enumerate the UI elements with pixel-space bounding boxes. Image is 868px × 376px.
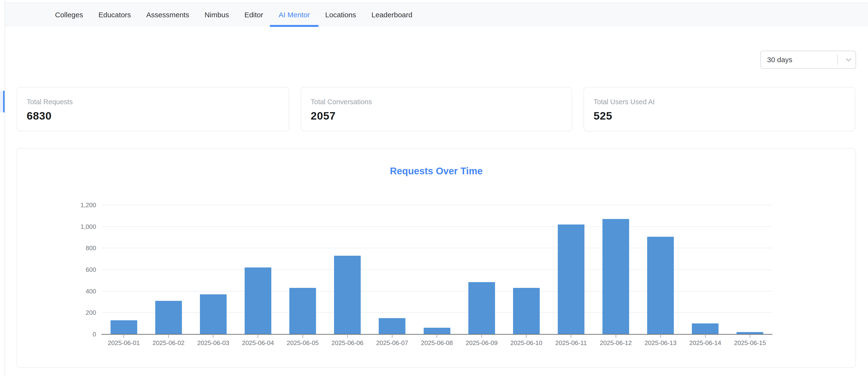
tab-label: AI Mentor [279, 11, 310, 19]
gridline [101, 205, 772, 205]
tab-label: Educators [98, 11, 131, 19]
x-axis-tick-label: 2025-06-14 [683, 339, 728, 347]
bar-2025-06-08[interactable] [424, 328, 450, 334]
x-axis-tick-label: 2025-06-10 [504, 339, 549, 347]
y-axis-tick-label: 200 [67, 309, 96, 316]
bar-2025-06-06[interactable] [334, 256, 361, 334]
top-navbar: CollegesEducatorsAssessmentsNimbusEditor… [5, 2, 868, 27]
bar-2025-06-13[interactable] [647, 237, 674, 334]
x-axis-tick-label: 2025-06-13 [638, 339, 683, 347]
tab-educators[interactable]: Educators [98, 3, 131, 27]
tab-label: Colleges [55, 11, 83, 19]
x-axis-tick [303, 335, 303, 338]
tab-ai-mentor[interactable]: AI Mentor [279, 3, 310, 27]
x-axis-tick-label: 2025-06-07 [370, 339, 414, 347]
x-axis-tick-label: 2025-06-09 [459, 339, 504, 347]
bar-chart-plot-area: 02004006008001,0001,2002025-06-012025-06… [101, 205, 772, 334]
bar-2025-06-04[interactable] [245, 268, 271, 334]
x-axis-tick-label: 2025-06-15 [727, 339, 772, 347]
x-axis-tick [347, 335, 348, 338]
gridline [101, 227, 772, 227]
x-axis-line [101, 334, 772, 335]
x-axis-tick-label: 2025-06-08 [414, 339, 460, 347]
time-range-dropdown[interactable]: 30 days [760, 51, 856, 69]
bar-2025-06-05[interactable] [289, 288, 316, 334]
stat-card-total-requests: Total Requests 6830 [17, 87, 289, 131]
y-axis-tick-label: 800 [67, 244, 96, 252]
bar-2025-06-03[interactable] [200, 294, 227, 334]
y-axis-tick-label: 400 [67, 287, 96, 295]
x-axis-tick [616, 335, 616, 338]
dropdown-divider [837, 55, 838, 65]
x-axis-tick-label: 2025-06-12 [593, 339, 638, 347]
x-axis-tick-label: 2025-06-01 [101, 339, 146, 347]
stat-value: 2057 [311, 110, 572, 122]
sidebar-active-item-indicator[interactable] [0, 91, 5, 112]
x-axis-tick [213, 335, 213, 338]
left-rail [0, 0, 5, 376]
x-axis-tick [124, 335, 124, 338]
stat-card-total-conversations: Total Conversations 2057 [301, 87, 572, 131]
y-axis-tick-label: 0 [67, 331, 96, 338]
sidebar-active-bar [3, 91, 5, 112]
x-axis-tick-label: 2025-06-05 [280, 339, 325, 347]
x-axis-tick [705, 335, 706, 338]
x-axis-tick [437, 335, 437, 338]
x-axis-tick [526, 335, 527, 338]
tab-assessments[interactable]: Assessments [146, 3, 189, 27]
stat-value: 525 [594, 110, 855, 122]
requests-over-time-card: Requests Over Time 02004006008001,0001,2… [17, 148, 856, 368]
bar-2025-06-10[interactable] [513, 288, 540, 334]
stat-card-total-users-used-ai: Total Users Used AI 525 [584, 87, 855, 131]
tab-editor[interactable]: Editor [244, 3, 263, 27]
time-range-value: 30 days [761, 56, 837, 64]
bar-2025-06-12[interactable] [602, 219, 629, 334]
bar-2025-06-14[interactable] [692, 323, 718, 334]
bar-2025-06-09[interactable] [468, 282, 495, 334]
tab-label: Locations [325, 11, 356, 19]
x-axis-tick [750, 335, 750, 338]
stat-label: Total Requests [27, 98, 289, 106]
tab-nimbus[interactable]: Nimbus [205, 3, 229, 27]
tab-colleges[interactable]: Colleges [55, 3, 83, 27]
tab-label: Editor [244, 11, 263, 19]
chevron-down-icon [842, 55, 856, 64]
x-axis-tick [258, 335, 258, 338]
bar-2025-06-02[interactable] [155, 301, 182, 334]
x-axis-tick-label: 2025-06-03 [191, 339, 236, 347]
active-tab-underline [270, 25, 318, 27]
x-axis-tick [392, 335, 393, 338]
tab-label: Leaderboard [372, 11, 412, 19]
tab-label: Nimbus [205, 11, 229, 19]
bar-2025-06-11[interactable] [558, 225, 584, 334]
tab-leaderboard[interactable]: Leaderboard [372, 3, 412, 27]
chart-title: Requests Over Time [17, 166, 856, 176]
y-axis-tick-label: 1,000 [67, 223, 96, 230]
x-axis-tick-label: 2025-06-02 [146, 339, 191, 347]
x-axis-tick [660, 335, 661, 338]
x-axis-tick [571, 335, 571, 338]
stat-label: Total Users Used AI [594, 98, 855, 106]
x-axis-tick [481, 335, 482, 338]
x-axis-tick [168, 335, 169, 338]
x-axis-tick-label: 2025-06-06 [325, 339, 370, 347]
x-axis-tick-label: 2025-06-04 [236, 339, 280, 347]
app-root: { "nav": { "tabs": [ { "label": "College… [0, 0, 868, 376]
bar-2025-06-07[interactable] [379, 318, 405, 334]
tab-label: Assessments [146, 11, 189, 19]
stat-label: Total Conversations [311, 98, 572, 106]
bar-2025-06-01[interactable] [111, 320, 137, 334]
tab-locations[interactable]: Locations [325, 3, 356, 27]
x-axis-tick-label: 2025-06-11 [549, 339, 594, 347]
stat-value: 6830 [27, 110, 289, 122]
nav-tabs: CollegesEducatorsAssessmentsNimbusEditor… [5, 3, 868, 27]
y-axis-tick-label: 600 [67, 266, 96, 273]
y-axis-tick-label: 1,200 [67, 201, 96, 209]
